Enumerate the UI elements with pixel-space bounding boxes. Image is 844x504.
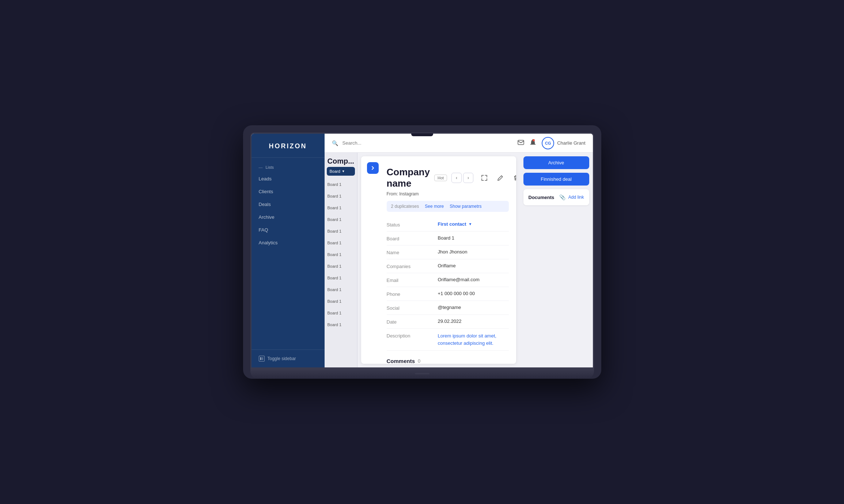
svg-rect-0: [260, 357, 261, 360]
panel-header-actions: ‹ ›: [451, 173, 516, 183]
from-prefix: From:: [387, 191, 398, 196]
show-params-link[interactable]: Show parametrs: [450, 204, 481, 209]
sidebar: HORIZON Lists Leads Clients Deals Archiv…: [251, 134, 325, 367]
search-icon: 🔍: [332, 140, 338, 146]
board-item-9[interactable]: Board 1: [325, 272, 357, 284]
search-input[interactable]: [342, 140, 514, 146]
hot-badge: Hot: [434, 175, 447, 181]
panel-back-button[interactable]: [367, 162, 379, 174]
field-value-companies: Oriflame: [438, 263, 509, 268]
board-item-6[interactable]: Board 1: [325, 237, 357, 249]
board-item-4[interactable]: Board 1: [325, 214, 357, 225]
field-label-board: Board: [387, 235, 438, 241]
panel-header: Company name Hot ‹ ›: [387, 167, 509, 189]
topbar-actions: CG Charlie Grant: [518, 137, 585, 149]
field-value-phone: +1 000 000 00 00: [438, 291, 509, 296]
board-item-5[interactable]: Board 1: [325, 225, 357, 237]
finished-deal-button[interactable]: Finnished deal: [523, 173, 589, 186]
field-row-phone: Phone +1 000 000 00 00: [387, 287, 509, 301]
field-label-social: Social: [387, 305, 438, 311]
nav-arrows: ‹ ›: [451, 173, 473, 183]
board-item-13[interactable]: Board 1: [325, 319, 357, 331]
field-label-date: Date: [387, 318, 438, 325]
toggle-sidebar-button[interactable]: Toggle sidebar: [251, 350, 325, 367]
svg-point-3: [533, 139, 535, 141]
board-tab-label: Board: [330, 169, 340, 173]
svg-rect-2: [518, 140, 524, 145]
content-area: Comp... Board ▼ Board 1 Board 1 Board 1 …: [325, 153, 593, 367]
sidebar-item-deals[interactable]: Deals: [251, 198, 325, 211]
sidebar-item-clients[interactable]: Clients: [251, 185, 325, 198]
comments-header: Comments 0: [387, 358, 509, 364]
board-item-11[interactable]: Board 1: [325, 295, 357, 307]
add-link-button[interactable]: Add link: [568, 195, 584, 200]
field-row-name: Name Jhon Jhonson: [387, 245, 509, 259]
main-area: 🔍: [325, 134, 593, 367]
board-item-8[interactable]: Board 1: [325, 260, 357, 272]
sidebar-lists-label: Lists: [251, 165, 325, 172]
from-source-value: Instagram: [399, 191, 419, 196]
field-label-phone: Phone: [387, 291, 438, 297]
documents-label: Documents: [529, 195, 556, 200]
field-row-companies: Companies Oriflame: [387, 259, 509, 273]
field-label-name: Name: [387, 249, 438, 255]
field-row-email: Email Oriflame@mail.com: [387, 273, 509, 287]
field-row-status: Status First contact ▼: [387, 218, 509, 232]
field-value-date: 29.02.2022: [438, 318, 509, 324]
user-avatar[interactable]: CG: [542, 137, 554, 149]
board-item-1[interactable]: Board 1: [325, 179, 357, 190]
notification-icon[interactable]: [530, 139, 536, 147]
comments-label: Comments: [387, 358, 415, 364]
mail-icon[interactable]: [518, 140, 524, 146]
app-logo: HORIZON: [251, 134, 325, 158]
field-label-description: Description: [387, 332, 438, 339]
field-label-status: Status: [387, 221, 438, 228]
status-text: First contact: [438, 221, 466, 227]
sidebar-item-faq[interactable]: FAQ: [251, 224, 325, 236]
duplicates-bar: 2 duplicateses See more Show parametrs: [387, 201, 509, 212]
edit-icon[interactable]: [495, 173, 506, 183]
delete-icon[interactable]: [511, 173, 516, 183]
expand-icon[interactable]: [479, 173, 489, 183]
board-item-2[interactable]: Board 1: [325, 190, 357, 202]
field-row-date: Date 29.02.2022: [387, 315, 509, 329]
sidebar-section-lists: Lists Leads Clients Deals Archive FAQ An…: [251, 158, 325, 253]
comments-count: 0: [418, 358, 420, 364]
prev-button[interactable]: ‹: [451, 173, 462, 183]
toggle-sidebar-label: Toggle sidebar: [268, 356, 296, 361]
field-value-status[interactable]: First contact ▼: [438, 221, 509, 227]
field-value-email: Oriflame@mail.com: [438, 277, 509, 282]
board-tab-chevron: ▼: [342, 169, 345, 173]
paperclip-icon: 📎: [559, 194, 565, 200]
board-item-12[interactable]: Board 1: [325, 307, 357, 319]
company-name: Company name: [387, 167, 430, 189]
from-label: From: Instagram: [387, 191, 509, 196]
page-title: Comp...: [325, 153, 357, 167]
field-label-email: Email: [387, 277, 438, 283]
field-value-description: Lorem ipsum dolor sit amet, consectetur …: [438, 332, 509, 347]
status-dropdown-icon[interactable]: ▼: [469, 222, 472, 226]
field-row-description: Description Lorem ipsum dolor sit amet, …: [387, 329, 509, 351]
sidebar-item-archive[interactable]: Archive: [251, 211, 325, 224]
user-section: CG Charlie Grant: [542, 137, 585, 149]
board-item-7[interactable]: Board 1: [325, 249, 357, 260]
field-value-board: Board 1: [438, 235, 509, 241]
archive-button[interactable]: Archive: [523, 156, 589, 169]
next-button[interactable]: ›: [463, 173, 473, 183]
documents-card: Documents 📎 Add link: [523, 189, 589, 205]
board-column-area: Comp... Board ▼ Board 1 Board 1 Board 1 …: [325, 153, 357, 367]
detail-panel: Company name Hot ‹ ›: [361, 156, 516, 364]
field-value-social: @tegname: [438, 305, 509, 310]
topbar: 🔍: [325, 134, 593, 153]
see-more-link[interactable]: See more: [425, 204, 444, 209]
duplicates-count: 2 duplicateses: [391, 204, 419, 209]
board-tab[interactable]: Board ▼: [327, 167, 355, 176]
board-item-3[interactable]: Board 1: [325, 202, 357, 214]
sidebar-item-leads[interactable]: Leads: [251, 172, 325, 185]
sidebar-item-analytics[interactable]: Analytics: [251, 236, 325, 249]
field-value-name: Jhon Jhonson: [438, 249, 509, 255]
right-panel: Archive Finnished deal Documents 📎 Add l…: [520, 153, 593, 367]
user-name: Charlie Grant: [557, 140, 585, 146]
fields-list: Status First contact ▼ Board Board 1: [387, 218, 509, 351]
board-item-10[interactable]: Board 1: [325, 284, 357, 295]
